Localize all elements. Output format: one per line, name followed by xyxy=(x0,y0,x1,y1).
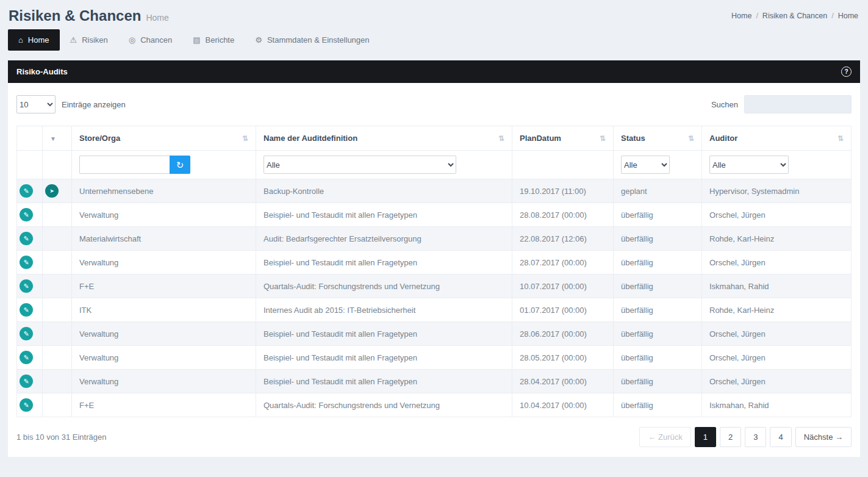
entries-info: 1 bis 10 von 31 Einträgen xyxy=(16,432,106,442)
help-icon[interactable]: ? xyxy=(841,66,852,77)
table-row: ✎ Materialwirtschaft Audit: Bedarfsgerec… xyxy=(17,227,852,251)
nav-item-risiken[interactable]: ⚠ Risiken xyxy=(60,29,118,51)
next-page-button[interactable]: Nächste → xyxy=(795,427,852,447)
edit-audit-icon[interactable]: ✎ xyxy=(20,279,33,293)
plan-date-cell: 28.08.2017 (00:00) xyxy=(512,203,614,227)
audit-name-cell: Internes Audit ab 2015: IT-Betriebsicher… xyxy=(256,298,512,322)
audit-table: ▼ Store/Orga⇅ Name der Auditdefinition⇅ … xyxy=(16,126,852,417)
action-cell xyxy=(43,393,72,417)
breadcrumb-home[interactable]: Home xyxy=(731,12,751,20)
edit-cell: ✎ xyxy=(17,298,43,322)
plan-date-cell: 28.04.2017 (00:00) xyxy=(512,370,614,393)
auditor-cell: Iskmahan, Rahid xyxy=(702,274,852,298)
store-filter-input[interactable] xyxy=(79,156,170,174)
prev-page-button[interactable]: ← Zurück xyxy=(639,427,690,447)
edit-audit-icon[interactable]: ✎ xyxy=(20,351,33,364)
open-audit-icon[interactable]: ➤ xyxy=(45,184,59,198)
edit-audit-icon[interactable]: ✎ xyxy=(20,184,33,198)
nav-item-berichte[interactable]: ▤ Berichte xyxy=(182,29,245,51)
header-audit-name[interactable]: Name der Auditdefinition⇅ xyxy=(256,126,512,151)
edit-audit-icon[interactable]: ✎ xyxy=(20,208,33,221)
status-cell: überfällig xyxy=(614,322,702,346)
status-cell: überfällig xyxy=(614,274,702,298)
plan-date-cell: 10.04.2017 (00:00) xyxy=(512,393,614,417)
page-button-4[interactable]: 4 xyxy=(770,427,791,447)
audit-name-cell: Quartals-Audit: Forschungstrends und Ver… xyxy=(256,274,512,298)
breadcrumb-separator: / xyxy=(831,12,833,20)
edit-audit-icon[interactable]: ✎ xyxy=(20,303,33,317)
page-button-3[interactable]: 3 xyxy=(745,427,766,447)
table-row: ✎ Verwaltung Beispiel- und Testaudit mit… xyxy=(17,251,852,274)
status-cell: überfällig xyxy=(614,346,702,370)
header-store-orga[interactable]: Store/Orga⇅ xyxy=(72,126,256,151)
header-filter-column[interactable]: ▼ xyxy=(43,126,72,151)
page-button-1[interactable]: 1 xyxy=(695,427,716,447)
target-icon: ◎ xyxy=(129,35,135,45)
panel-header: Risiko-Audits ? xyxy=(8,60,860,83)
column-label: Status xyxy=(621,134,645,143)
audit-name-filter-select[interactable]: Alle xyxy=(264,156,456,174)
edit-cell: ✎ xyxy=(17,346,43,370)
edit-audit-icon[interactable]: ✎ xyxy=(20,327,33,340)
nav-item-label: Home xyxy=(28,35,49,45)
sort-icon: ⇅ xyxy=(242,134,248,143)
search-input[interactable] xyxy=(744,95,852,113)
report-icon: ▤ xyxy=(193,35,200,45)
gear-icon: ⚙ xyxy=(255,35,262,45)
nav-item-label: Risiken xyxy=(82,35,108,45)
refresh-filter-button[interactable]: ↻ xyxy=(170,156,190,174)
page-button-2[interactable]: 2 xyxy=(720,427,741,447)
breadcrumb-risiken-chancen[interactable]: Risiken & Chancen xyxy=(762,12,827,20)
status-cell: geplant xyxy=(614,179,702,203)
store-cell: F+E xyxy=(72,393,256,417)
nav-item-label: Stammdaten & Einstellungen xyxy=(267,35,370,45)
breadcrumb-current: Home xyxy=(838,12,858,20)
store-cell: ITK xyxy=(72,298,256,322)
header-plan-date[interactable]: PlanDatum⇅ xyxy=(512,126,614,151)
audit-name-cell: Quartals-Audit: Forschungstrends und Ver… xyxy=(256,393,512,417)
edit-audit-icon[interactable]: ✎ xyxy=(20,375,33,388)
auditor-cell: Orschel, Jürgen xyxy=(702,251,852,274)
edit-cell: ✎ xyxy=(17,203,43,227)
action-cell: ➤ xyxy=(43,179,72,203)
edit-audit-icon[interactable]: ✎ xyxy=(20,398,33,412)
action-cell xyxy=(43,203,72,227)
filter-cell-name: Alle xyxy=(256,151,512,179)
nav-item-home[interactable]: ⌂ Home xyxy=(8,29,60,51)
header-auditor[interactable]: Auditor⇅ xyxy=(702,126,852,151)
action-cell xyxy=(43,274,72,298)
status-filter-select[interactable]: Alle xyxy=(621,156,670,174)
home-icon: ⌂ xyxy=(18,35,23,45)
audit-name-cell: Beispiel- und Testaudit mit allen Fraget… xyxy=(256,203,512,227)
action-cell xyxy=(43,251,72,274)
status-cell: überfällig xyxy=(614,227,702,251)
table-row: ✎ ITK Internes Audit ab 2015: IT-Betrieb… xyxy=(17,298,852,322)
action-cell xyxy=(43,227,72,251)
plan-date-cell: 28.07.2017 (00:00) xyxy=(512,251,614,274)
entries-label: Einträge anzeigen xyxy=(62,100,126,109)
table-footer: 1 bis 10 von 31 Einträgen ← Zurück 1234 … xyxy=(16,427,852,447)
auditor-filter-select[interactable]: Alle xyxy=(709,156,789,174)
status-cell: überfällig xyxy=(614,393,702,417)
table-header-row: ▼ Store/Orga⇅ Name der Auditdefinition⇅ … xyxy=(17,126,852,151)
panel-title: Risiko-Audits xyxy=(16,67,68,76)
filter-cell-date xyxy=(512,151,614,179)
status-cell: überfällig xyxy=(614,251,702,274)
table-controls: 10 Einträge anzeigen Suchen xyxy=(16,95,852,113)
page-size-select[interactable]: 10 xyxy=(16,95,56,113)
nav-item-stammdaten[interactable]: ⚙ Stammdaten & Einstellungen xyxy=(245,29,379,51)
audit-name-cell: Beispiel- und Testaudit mit allen Fraget… xyxy=(256,251,512,274)
edit-audit-icon[interactable]: ✎ xyxy=(20,232,33,245)
auditor-cell: Orschel, Jürgen xyxy=(702,370,852,393)
status-cell: überfällig xyxy=(614,370,702,393)
page-subtitle: Home xyxy=(146,13,168,23)
header-status[interactable]: Status⇅ xyxy=(614,126,702,151)
nav-item-label: Berichte xyxy=(206,35,235,45)
plan-date-cell: 01.07.2017 (00:00) xyxy=(512,298,614,322)
nav-item-chancen[interactable]: ◎ Chancen xyxy=(118,29,182,51)
auditor-cell: Hypervisor, Systemadmin xyxy=(702,179,852,203)
table-row: ✎ Verwaltung Beispiel- und Testaudit mit… xyxy=(17,203,852,227)
table-row: ✎ Verwaltung Beispiel- und Testaudit mit… xyxy=(17,370,852,393)
plan-date-cell: 19.10.2017 (11:00) xyxy=(512,179,614,203)
edit-audit-icon[interactable]: ✎ xyxy=(20,256,33,269)
